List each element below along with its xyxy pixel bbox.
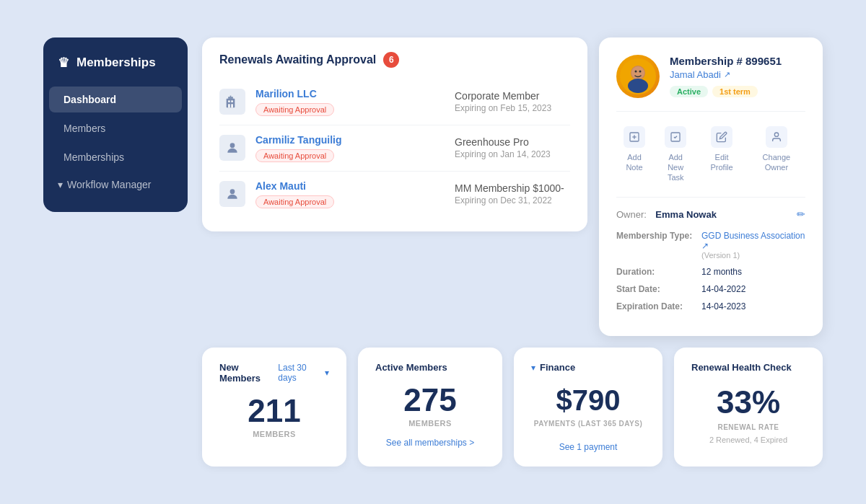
status-badge-active: Active: [670, 86, 708, 97]
person-icon-2: [219, 181, 245, 207]
expiration-date-row: Expiration Date: 14-04-2023: [616, 301, 805, 311]
edit-profile-label: Edit Profile: [706, 152, 737, 173]
svg-rect-5: [228, 104, 230, 107]
sidebar-item-memberships[interactable]: Memberships: [49, 144, 182, 170]
svg-rect-2: [230, 96, 232, 97]
renewal-membership-3: MM Membership $1000- Expiring on Dec 31,…: [455, 182, 570, 205]
expiring-text-2: Expiring on Jan 14, 2023: [455, 149, 570, 159]
start-date-value: 14-04-2022: [701, 284, 745, 294]
workflow-label: Workflow Manager: [67, 179, 151, 190]
duration-label: Duration:: [616, 267, 696, 277]
health-detail: 2 Renewed, 4 Expired: [691, 436, 805, 444]
edit-profile-button[interactable]: Edit Profile: [699, 122, 744, 187]
awaiting-badge-2: Awaiting Approval: [255, 149, 334, 162]
sidebar-brand: ♛ Memberships: [43, 55, 188, 85]
renewal-info-1: Marilion LLC Awaiting Approval: [255, 88, 445, 116]
renewal-health-card: Renewal Health Check 33% RENEWAL RATE 2 …: [674, 348, 823, 467]
renewals-title: Renewals Awaiting Approval: [219, 53, 376, 66]
period-selector[interactable]: Last 30 days ▾: [278, 363, 329, 383]
membership-number: Membership # 899651: [670, 55, 782, 67]
membership-detail-card: Membership # 899651 Jamal Abadi ↗ Active…: [599, 37, 823, 337]
bottom-row: New Members Last 30 days ▾ 211 MEMBERS A…: [202, 348, 823, 467]
add-task-button[interactable]: Add NewTask: [655, 122, 696, 187]
renewal-name-2[interactable]: Carmiliz Tanguilig: [255, 134, 445, 146]
add-note-button[interactable]: AddNote: [616, 122, 652, 187]
sidebar-nav: Dashboard Members Memberships ▾ Workflow…: [43, 85, 188, 198]
member-avatar: [616, 55, 660, 98]
member-header: Membership # 899651 Jamal Abadi ↗ Active…: [616, 55, 805, 98]
membership-type-label: Membership Type:: [616, 231, 696, 241]
svg-rect-6: [231, 104, 233, 107]
renewal-info-3: Alex Mauti Awaiting Approval: [255, 180, 445, 208]
term-badge: 1st term: [712, 86, 758, 97]
active-members-header: Active Members: [375, 362, 485, 373]
finance-header: ▾ Finance: [531, 362, 645, 373]
crown-icon: ♛: [58, 55, 69, 71]
membership-version: (Version 1): [701, 251, 805, 260]
membership-type-1: Corporate Member: [455, 90, 570, 102]
duration-value: 12 months: [701, 267, 742, 277]
membership-type-3: MM Membership $1000-: [455, 182, 570, 194]
member-name-link[interactable]: Jamal Abadi ↗: [670, 69, 782, 80]
finance-collapse-icon[interactable]: ▾: [531, 363, 535, 373]
sidebar-item-dashboard[interactable]: Dashboard: [49, 87, 182, 112]
renewal-name-1[interactable]: Marilion LLC: [255, 88, 445, 100]
active-members-label: MEMBERS: [375, 419, 485, 428]
svg-rect-3: [228, 100, 230, 102]
top-row: Renewals Awaiting Approval 6 Marilion LL…: [202, 37, 823, 337]
sidebar-item-workflow-manager[interactable]: ▾ Workflow Manager: [43, 172, 188, 198]
chevron-down-icon: ▾: [325, 368, 329, 378]
sidebar-item-members[interactable]: Members: [49, 115, 182, 141]
awaiting-badge-3: Awaiting Approval: [255, 195, 334, 208]
duration-row: Duration: 12 months: [616, 267, 805, 277]
finance-card: ▾ Finance $790 PAYMENTS (LAST 365 DAYS) …: [514, 348, 662, 467]
action-buttons: AddNote Add NewTask Edit Profile: [616, 111, 805, 198]
svg-rect-0: [227, 99, 235, 108]
renewals-badge: 6: [383, 52, 399, 68]
health-sublabel: RENEWAL RATE: [691, 423, 805, 431]
svg-rect-1: [228, 97, 233, 99]
finance-sublabel: PAYMENTS (LAST 365 DAYS): [531, 420, 645, 428]
active-members-title: Active Members: [375, 362, 447, 373]
renewal-row-2: Carmiliz Tanguilig Awaiting Approval Gre…: [219, 125, 570, 172]
see-all-memberships-link[interactable]: See all memberships >: [375, 438, 485, 448]
expiration-date-label: Expiration Date:: [616, 301, 696, 311]
owner-edit-icon[interactable]: ✏: [797, 208, 805, 220]
change-owner-button[interactable]: Change Owner: [748, 122, 805, 187]
add-task-icon: [665, 126, 686, 148]
main-content: Renewals Awaiting Approval 6 Marilion LL…: [202, 37, 823, 467]
owner-row: Owner: Emma Nowak ✏: [616, 208, 805, 221]
expiration-date-value: 14-04-2023: [701, 301, 745, 311]
svg-point-7: [230, 143, 235, 148]
new-members-header: New Members Last 30 days ▾: [219, 362, 329, 384]
active-members-count: 275: [375, 384, 485, 416]
health-title: Renewal Health Check: [691, 362, 805, 373]
building-icon: [219, 89, 245, 115]
change-owner-icon: [766, 126, 787, 148]
member-tags: Active 1st term: [670, 86, 782, 97]
svg-point-8: [230, 189, 235, 194]
renewal-name-3[interactable]: Alex Mauti: [255, 180, 445, 192]
renewals-card: Renewals Awaiting Approval 6 Marilion LL…: [202, 37, 587, 231]
svg-point-13: [639, 70, 642, 72]
member-info-block: Membership # 899651 Jamal Abadi ↗ Active…: [670, 55, 782, 97]
svg-point-12: [635, 70, 637, 72]
renewal-membership-2: Greenhouse Pro Expiring on Jan 14, 2023: [455, 136, 570, 159]
see-payment-link[interactable]: See 1 payment: [531, 442, 645, 452]
membership-type-value[interactable]: GGD Business Association ↗: [701, 231, 805, 251]
renewal-membership-1: Corporate Member Expiring on Feb 15, 202…: [455, 90, 570, 113]
start-date-label: Start Date:: [616, 284, 696, 294]
expiring-text-1: Expiring on Feb 15, 2023: [455, 103, 570, 113]
add-note-label: AddNote: [626, 152, 642, 173]
renewal-row-3: Alex Mauti Awaiting Approval MM Membersh…: [219, 172, 570, 217]
renewal-row: Marilion LLC Awaiting Approval Corporate…: [219, 79, 570, 125]
owner-value: Emma Nowak: [655, 209, 717, 220]
new-members-label: MEMBERS: [219, 430, 329, 438]
svg-point-11: [631, 66, 644, 79]
sidebar: ♛ Memberships Dashboard Members Membersh…: [43, 37, 188, 212]
membership-type-row: Membership Type: GGD Business Associatio…: [616, 231, 805, 260]
edit-profile-icon: [711, 126, 732, 148]
renewals-header: Renewals Awaiting Approval 6: [219, 52, 570, 68]
add-note-icon: [624, 126, 645, 148]
person-icon-1: [219, 135, 245, 161]
